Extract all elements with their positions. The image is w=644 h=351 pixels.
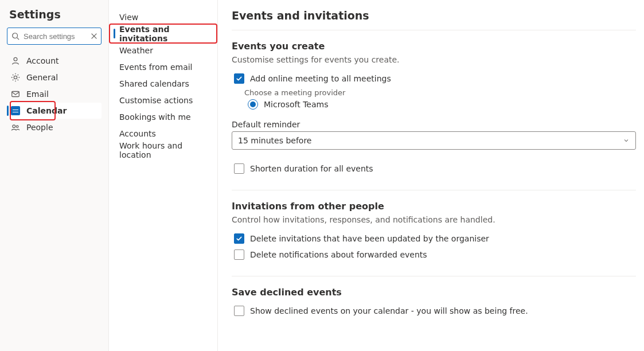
subnav-item-view[interactable]: View (111, 9, 215, 25)
radio-label: Microsoft Teams (264, 100, 328, 109)
default-reminder-select[interactable]: 15 minutes before (232, 131, 636, 150)
clear-icon[interactable] (90, 32, 98, 40)
search-wrap (7, 28, 102, 45)
settings-subnav: View Events and invitations Weather Even… (109, 0, 218, 351)
svg-point-8 (16, 126, 18, 128)
section-heading: Events you create (232, 41, 636, 52)
subnav-item-label: Customise actions (119, 96, 193, 105)
section-desc: Control how invitations, responses, and … (232, 215, 636, 224)
svg-rect-6 (12, 92, 19, 97)
nav-item-calendar[interactable]: Calendar (7, 103, 102, 119)
subnav-item-label: Work hours and location (119, 141, 207, 159)
section-heading: Invitations from other people (232, 201, 636, 212)
search-input[interactable] (7, 28, 102, 45)
person-icon (10, 56, 21, 66)
row-show-declined-events: Show declined events on your calendar - … (232, 306, 636, 316)
subnav-item-customise-actions[interactable]: Customise actions (111, 92, 215, 108)
page-title: Events and invitations (232, 9, 636, 30)
settings-sidebar: Settings Account (0, 0, 109, 351)
section-desc: Customise settings for events you create… (232, 55, 636, 64)
row-add-online-meeting: Add online meeting to all meetings (232, 73, 636, 84)
main-content: Events and invitations Events you create… (218, 0, 644, 351)
row-delete-updated-invitations: Delete invitations that have been update… (232, 233, 636, 244)
section-heading: Save declined events (232, 287, 636, 298)
nav-item-label: Email (26, 89, 49, 99)
section-save-declined-events: Save declined events Show declined event… (232, 276, 636, 332)
subnav-item-weather[interactable]: Weather (111, 42, 215, 58)
checkbox-shorten-duration[interactable] (234, 163, 244, 174)
subnav-item-work-hours-location[interactable]: Work hours and location (111, 142, 215, 158)
nav-item-label: Account (26, 56, 59, 65)
subnav-item-label: Events and invitations (119, 25, 207, 43)
nav-item-people[interactable]: People (7, 119, 102, 135)
section-invitations-from-others: Invitations from other people Control ho… (232, 190, 636, 276)
nav-item-account[interactable]: Account (7, 53, 102, 69)
settings-title: Settings (5, 8, 104, 28)
subnav-item-label: Events from email (119, 63, 193, 72)
checkbox-show-declined-events[interactable] (234, 306, 244, 316)
choose-provider-label: Choose a meeting provider (244, 88, 636, 97)
svg-point-7 (13, 125, 15, 128)
checkbox-label: Delete invitations that have been update… (250, 234, 489, 243)
people-icon (10, 122, 21, 132)
svg-point-0 (13, 33, 18, 38)
radio-provider-teams[interactable] (248, 99, 258, 110)
nav-item-label: Calendar (26, 106, 67, 115)
nav-item-label: General (26, 73, 58, 82)
subnav-item-label: Bookings with me (119, 112, 191, 122)
subnav-item-label: Weather (119, 46, 153, 55)
checkbox-label: Show declined events on your calendar - … (250, 306, 528, 315)
search-icon (11, 32, 19, 40)
select-value: 15 minutes before (238, 136, 311, 145)
nav-item-email[interactable]: Email (7, 86, 102, 102)
subnav-item-label: Shared calendars (119, 79, 189, 88)
svg-line-1 (17, 38, 19, 40)
calendar-icon (10, 106, 21, 116)
mail-icon (10, 89, 21, 99)
row-delete-forwarded-notifications: Delete notifications about forwarded eve… (232, 249, 636, 260)
section-events-you-create: Events you create Customise settings for… (232, 30, 636, 190)
nav-item-general[interactable]: General (7, 69, 102, 85)
chevron-down-icon (623, 137, 630, 144)
checkbox-label: Shorten duration for all events (250, 164, 373, 173)
svg-point-5 (14, 76, 17, 79)
checkbox-label: Add online meeting to all meetings (250, 74, 391, 83)
row-shorten-duration: Shorten duration for all events (232, 163, 636, 174)
subnav-item-label: View (119, 13, 138, 22)
subnav-item-label: Accounts (119, 129, 156, 138)
nav-item-label: People (26, 123, 53, 132)
gear-icon (10, 72, 21, 83)
checkbox-add-online-meeting[interactable] (234, 73, 244, 84)
subnav-item-events-from-email[interactable]: Events from email (111, 58, 215, 75)
subnav-item-accounts[interactable]: Accounts (111, 125, 215, 142)
provider-block: Choose a meeting provider Microsoft Team… (244, 88, 636, 110)
checkbox-delete-updated-invitations[interactable] (234, 233, 244, 244)
checkbox-delete-forwarded-notifications[interactable] (234, 249, 244, 260)
subnav-item-events-invitations[interactable]: Events and invitations (111, 25, 215, 42)
nav-list: Account General Email Cal (5, 53, 104, 136)
svg-point-4 (14, 57, 17, 61)
subnav-item-bookings-with-me[interactable]: Bookings with me (111, 108, 215, 125)
subnav-list: View Events and invitations Weather Even… (111, 9, 215, 158)
default-reminder-label: Default reminder (232, 120, 636, 129)
checkbox-label: Delete notifications about forwarded eve… (250, 250, 427, 259)
row-provider-teams: Microsoft Teams (248, 99, 636, 110)
subnav-item-shared-calendars[interactable]: Shared calendars (111, 75, 215, 92)
